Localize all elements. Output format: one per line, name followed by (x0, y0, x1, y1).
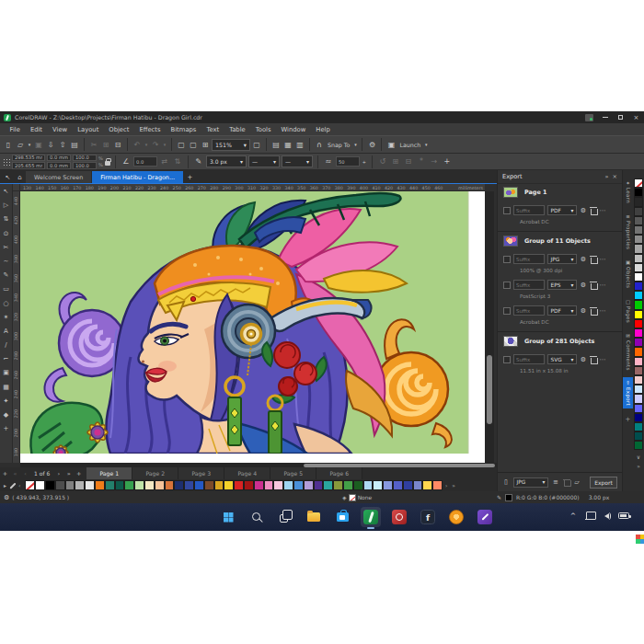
object-width-field[interactable] (47, 155, 71, 162)
color-swatch[interactable] (105, 480, 115, 490)
color-swatch[interactable] (184, 480, 194, 490)
artistic-media-tool[interactable]: ✎ (1, 270, 12, 281)
menu-layout[interactable]: Layout (73, 126, 104, 133)
color-swatch[interactable] (174, 480, 184, 490)
mirror-vertical-icon[interactable]: ⇅ (172, 155, 183, 167)
snap-to-label[interactable]: Snap To (326, 142, 351, 148)
docker-tab-pages[interactable]: ▢Pages (623, 296, 634, 326)
color-swatch[interactable] (323, 480, 333, 490)
menu-view[interactable]: View (48, 126, 73, 133)
zoom-level-select[interactable]: 151% ▾ (212, 139, 250, 151)
color-swatch[interactable] (363, 480, 374, 490)
app-pen-taskbar-icon[interactable] (475, 507, 495, 527)
menu-bitmaps[interactable]: Bitmaps (166, 126, 201, 133)
color-swatch[interactable] (634, 263, 643, 272)
color-swatch[interactable] (634, 235, 643, 244)
object-origin-icon[interactable] (3, 158, 10, 166)
polygon-tool[interactable]: ✶ (1, 312, 12, 323)
export-icon[interactable]: ⇧ (57, 139, 68, 151)
export-checkbox[interactable] (503, 256, 511, 263)
page-tab-page-2[interactable]: Page 2 (132, 467, 178, 479)
color-swatch[interactable] (85, 480, 95, 490)
page-tab-page-4[interactable]: Page 4 (224, 467, 270, 479)
undo-icon[interactable]: ↶ (132, 139, 143, 151)
file-explorer-icon[interactable] (304, 507, 324, 527)
color-swatch[interactable] (244, 480, 254, 490)
docker-tab-comments[interactable]: ✉Comments (623, 330, 634, 374)
color-swatch[interactable] (634, 347, 643, 356)
snap-chevron-icon[interactable]: ▾ (352, 139, 358, 151)
color-swatch[interactable] (214, 480, 224, 490)
no-color-swatch[interactable] (25, 480, 35, 490)
add-page-button-2[interactable]: + (74, 467, 84, 479)
add-page-button[interactable]: + (0, 467, 10, 479)
export-settings-icon[interactable]: ⚙ (580, 282, 587, 289)
snap-magnet-icon[interactable]: ∩ (314, 139, 325, 151)
color-swatch[interactable] (194, 480, 204, 490)
color-swatch[interactable] (634, 413, 643, 422)
export-checkbox[interactable] (503, 307, 511, 315)
format-select[interactable]: SVG▾ (547, 354, 577, 364)
color-swatch[interactable] (353, 480, 363, 490)
redo-chevron-icon[interactable]: ▾ (162, 139, 167, 151)
ellipse-tool[interactable]: ○ (1, 298, 12, 309)
close-docker-icon[interactable]: × (613, 173, 617, 180)
menu-file[interactable]: File (5, 126, 25, 133)
color-swatch[interactable] (634, 385, 643, 394)
scale-y-field[interactable] (73, 162, 97, 169)
color-swatch[interactable] (75, 480, 85, 490)
color-swatch[interactable] (634, 441, 643, 450)
color-swatch[interactable] (144, 480, 155, 490)
new-document-icon[interactable]: ▯ (3, 139, 14, 151)
scale-x-field[interactable] (73, 155, 97, 162)
color-swatch[interactable] (254, 480, 264, 490)
color-swatch[interactable] (115, 480, 125, 490)
color-swatch[interactable] (95, 480, 105, 490)
dimension-tool[interactable]: / (1, 339, 12, 351)
docker-tab-objects[interactable]: ▣Objects (623, 257, 634, 291)
trash-icon[interactable] (590, 307, 596, 315)
color-swatch[interactable] (65, 480, 75, 490)
format-select[interactable]: PDF▾ (547, 205, 577, 215)
export-settings-icon[interactable]: ⚙ (580, 207, 587, 214)
color-swatch[interactable] (634, 338, 643, 347)
paste-icon[interactable]: ⊟ (112, 139, 123, 151)
previous-page-button[interactable]: ‹ (20, 467, 30, 479)
docker-tab-properties[interactable]: ≡Properties (623, 211, 634, 252)
more-options-icon[interactable]: ⋯ (599, 256, 606, 263)
trash-icon[interactable] (590, 256, 596, 263)
color-swatch[interactable] (234, 480, 244, 490)
color-swatch[interactable] (383, 480, 393, 490)
weld-icon[interactable]: ⊞ (390, 155, 401, 167)
ruler-origin[interactable] (13, 184, 20, 191)
color-swatch[interactable] (634, 291, 643, 300)
palette-more-icon[interactable]: » (450, 482, 457, 489)
open-folder-icon[interactable]: ▱ (573, 478, 581, 486)
pick-tool[interactable]: ↖ (1, 186, 12, 197)
docker-tab-learn[interactable]: ✦Learn (623, 178, 634, 206)
smoothing-plus-icon[interactable]: + (362, 155, 367, 167)
color-swatch[interactable] (634, 394, 643, 403)
customize-tool[interactable]: + (1, 423, 12, 434)
mirror-horizontal-icon[interactable]: ⇄ (159, 155, 170, 167)
color-swatch[interactable] (634, 216, 643, 225)
export-settings-icon[interactable]: ⚙ (580, 356, 587, 363)
open-icon[interactable]: ▱ (15, 139, 26, 151)
menu-help[interactable]: Help (311, 126, 336, 133)
intersect-icon[interactable]: * (416, 155, 427, 167)
menu-window[interactable]: Window (276, 126, 311, 133)
trim-icon[interactable]: ⊟ (403, 155, 414, 167)
home-icon[interactable]: ⌂ (14, 171, 26, 183)
color-swatch[interactable] (634, 188, 643, 197)
volume-icon[interactable] (604, 513, 609, 519)
color-swatch[interactable] (343, 480, 353, 490)
color-swatch[interactable] (314, 480, 324, 490)
free-transform-tool[interactable]: ⇅ (1, 213, 12, 224)
restore-button[interactable] (613, 111, 628, 123)
trash-icon[interactable] (563, 479, 569, 487)
close-button[interactable]: × (628, 111, 644, 123)
color-swatch[interactable] (224, 480, 234, 490)
vertical-ruler[interactable]: 4404204003803603403203002802602402202001… (13, 191, 20, 463)
launch-chevron-icon[interactable]: ▾ (423, 139, 429, 151)
start-button[interactable] (218, 507, 238, 527)
